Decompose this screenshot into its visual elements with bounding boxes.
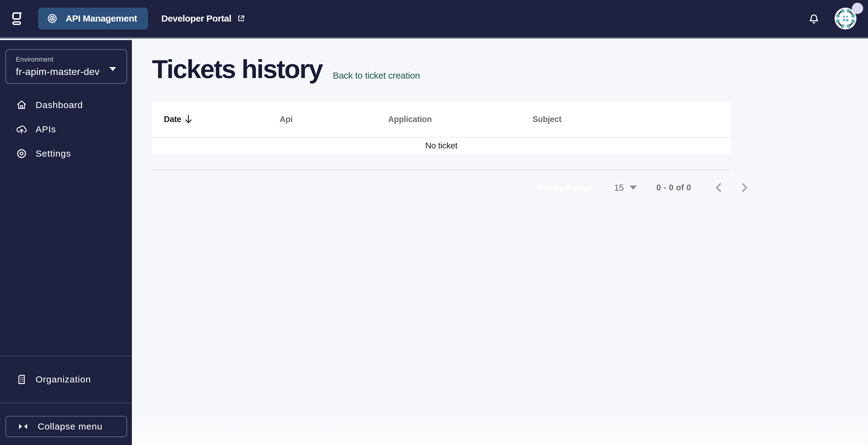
rows-per-page-label: Rows per page: <box>537 183 594 193</box>
collapse-icon <box>18 423 28 430</box>
developer-portal-link[interactable]: Developer Portal <box>161 13 245 24</box>
caret-down-icon <box>629 185 637 190</box>
sidebar-bottom: Organization Collapse menu <box>0 356 132 445</box>
caret-down-icon <box>110 67 116 71</box>
column-header-subject[interactable]: Subject <box>521 115 731 124</box>
column-header-application[interactable]: Application <box>376 115 521 124</box>
topbar: API Management Developer Portal <box>0 0 868 39</box>
sidebar-item-organization[interactable]: Organization <box>0 356 132 403</box>
pagination: Rows per page: 15 0 - 0 of 0 <box>537 179 750 196</box>
gravitee-logo-icon[interactable] <box>12 11 23 26</box>
sidebar-item-label: Organization <box>36 374 91 385</box>
external-link-icon <box>237 14 245 23</box>
column-header-date[interactable]: Date <box>152 114 268 124</box>
page-size-value: 15 <box>614 183 624 193</box>
home-icon <box>16 100 27 110</box>
page-size-select[interactable]: 15 <box>614 183 637 193</box>
tickets-table: Date Api Application Subject No ticket <box>152 102 731 154</box>
user-avatar[interactable] <box>835 8 857 29</box>
sort-arrow-down-icon <box>184 114 193 124</box>
sidebar-item-label: APIs <box>36 124 56 134</box>
sidebar-item-dashboard[interactable]: Dashboard <box>0 93 132 117</box>
previous-page-button[interactable] <box>715 182 724 193</box>
next-page-button[interactable] <box>741 182 750 193</box>
main-content: Tickets history Back to ticket creation … <box>132 40 868 445</box>
sidebar-item-label: Settings <box>36 148 71 159</box>
app-root: API Management Developer Portal <box>0 0 868 445</box>
sidebar-item-label: Dashboard <box>36 100 83 110</box>
api-management-button[interactable]: API Management <box>38 8 148 29</box>
sidebar-item-apis[interactable]: APIs <box>0 117 132 141</box>
building-icon <box>16 374 27 385</box>
environment-selector[interactable]: Environment fr-apim-master-dev <box>5 49 127 84</box>
gear-icon <box>47 13 58 24</box>
sidebar-menu: Dashboard APIs <box>0 93 132 166</box>
column-header-label: Date <box>164 115 181 124</box>
collapse-menu-button[interactable]: Collapse menu <box>5 416 127 437</box>
notifications-bell-icon[interactable] <box>808 11 820 26</box>
api-management-label: API Management <box>66 13 137 24</box>
collapse-menu-label: Collapse menu <box>38 421 102 432</box>
page-title: Tickets history <box>152 56 322 82</box>
avatar-badge <box>852 3 863 14</box>
column-header-api[interactable]: Api <box>268 115 376 124</box>
collapse-menu-wrap: Collapse menu <box>0 403 132 445</box>
sidebar-spacer <box>0 166 132 356</box>
empty-state-row: No ticket <box>152 137 731 154</box>
divider <box>152 169 731 170</box>
environment-label: Environment <box>16 56 126 63</box>
gear-icon <box>16 148 27 159</box>
sidebar-item-settings[interactable]: Settings <box>0 141 132 166</box>
topbar-right <box>808 8 857 29</box>
developer-portal-label: Developer Portal <box>161 13 231 24</box>
table-header-row: Date Api Application Subject <box>152 102 731 137</box>
cloud-upload-icon <box>16 124 27 135</box>
pagination-range: 0 - 0 of 0 <box>656 183 691 193</box>
sidebar: Environment fr-apim-master-dev Dashboard <box>0 40 132 445</box>
back-to-ticket-creation-link[interactable]: Back to ticket creation <box>333 70 420 81</box>
